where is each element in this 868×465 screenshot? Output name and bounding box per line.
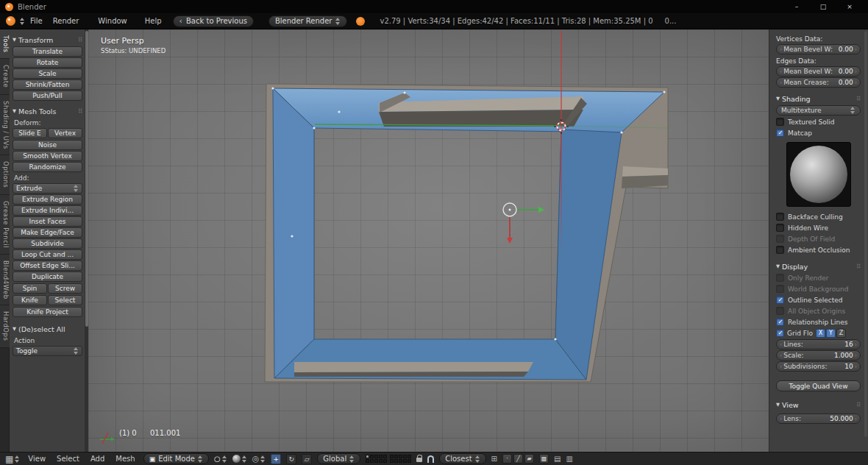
edges-mean-crease-field[interactable]: Mean Crease: 0.00 xyxy=(776,77,861,88)
offset-edge-slide-button[interactable]: Offset Edge Sli... xyxy=(13,260,82,271)
panel-drag-dots-icon[interactable]: ⠿ xyxy=(78,37,82,43)
layer-cell[interactable] xyxy=(370,455,374,458)
extrude-region-button[interactable]: Extrude Region xyxy=(13,194,82,205)
relationship-lines-checkbox[interactable] xyxy=(776,318,784,326)
viewport-3d[interactable]: User Persp SStatus: UNDEFINED (1) 0 011.… xyxy=(88,29,769,452)
viewport-shading-dropdown[interactable] xyxy=(232,455,247,463)
outline-selected-checkbox[interactable] xyxy=(776,296,784,304)
view-panel-header[interactable]: View ⠿ xyxy=(776,399,861,411)
knife-button[interactable]: Knife xyxy=(13,295,47,305)
grid-subdivisions-field[interactable]: Subdivisions: 10 xyxy=(776,361,861,372)
maximize-button[interactable]: □ xyxy=(810,0,836,13)
select-mode-edge-icon[interactable]: ╱ xyxy=(513,454,523,464)
spin-button[interactable]: Spin xyxy=(13,283,47,294)
tab-tools[interactable]: Tools xyxy=(0,29,10,59)
ambient-occlusion-checkbox[interactable] xyxy=(776,246,784,254)
layer-cell[interactable] xyxy=(370,459,374,463)
viewport-canvas[interactable] xyxy=(88,29,769,452)
translate-manipulator[interactable] xyxy=(503,203,544,244)
layer-cell[interactable] xyxy=(366,455,369,458)
snap-element-dropdown[interactable]: Closest xyxy=(439,453,485,464)
only-render-checkbox[interactable] xyxy=(776,274,784,282)
edges-mean-bevel-field[interactable]: Mean Bevel W: 0.00 xyxy=(776,66,861,77)
screw-button[interactable]: Screw xyxy=(48,283,82,294)
grid-floor-checkbox[interactable] xyxy=(776,329,784,337)
make-edge-face-button[interactable]: Make Edge/Face xyxy=(13,227,82,238)
panel-drag-dots-icon[interactable]: ⠿ xyxy=(856,96,861,102)
layer-cell[interactable] xyxy=(390,459,394,463)
grid-lines-field[interactable]: Lines: 16 xyxy=(776,339,861,349)
blender-menu-icon[interactable] xyxy=(6,16,15,26)
layer-cell[interactable] xyxy=(379,455,383,458)
layer-cell[interactable] xyxy=(390,455,394,458)
translate-button[interactable]: Translate xyxy=(13,46,82,57)
layer-cell[interactable] xyxy=(383,455,387,458)
shrink-fatten-button[interactable]: Shrink/Fatten xyxy=(13,79,82,90)
manipulator-scale-icon[interactable]: ▱ xyxy=(302,454,312,464)
menu-add[interactable]: Add xyxy=(88,455,107,463)
world-background-checkbox[interactable] xyxy=(776,285,784,293)
layer-cell[interactable] xyxy=(379,459,383,463)
mode-dropdown[interactable]: ▣ Edit Mode xyxy=(143,453,209,464)
transform-panel-header[interactable]: Transform ⠿ xyxy=(13,34,82,46)
mesh-bottom-shelf[interactable] xyxy=(294,362,533,372)
panel-drag-dots-icon[interactable]: ⠿ xyxy=(856,402,861,408)
menu-help[interactable]: Help xyxy=(140,17,167,25)
menu-file[interactable]: File xyxy=(25,17,48,25)
select-mode-face-icon[interactable]: ▰ xyxy=(524,454,534,464)
menu-window[interactable]: Window xyxy=(93,17,132,25)
pivot-point-dropdown[interactable]: ◎ xyxy=(252,454,266,464)
opengl-render-icon[interactable]: ▤ xyxy=(554,455,561,463)
hidden-wire-checkbox[interactable] xyxy=(776,224,784,232)
loop-cut-button[interactable]: Loop Cut and ... xyxy=(13,249,82,260)
layer-cell[interactable] xyxy=(394,459,398,463)
grid-axis-z-toggle[interactable]: Z xyxy=(836,329,846,338)
layer-cell[interactable] xyxy=(408,459,411,463)
layer-cell[interactable] xyxy=(394,455,398,458)
duplicate-button[interactable]: Duplicate xyxy=(13,271,82,282)
tab-options[interactable]: Options xyxy=(0,155,10,194)
occlude-geometry-icon[interactable]: ▩ xyxy=(539,454,549,464)
lens-field[interactable]: Lens: 50.000 xyxy=(776,413,861,424)
tab-shading-uvs[interactable]: Shading / UVs xyxy=(0,95,10,156)
panel-drag-dots-icon[interactable]: ⠿ xyxy=(78,108,82,115)
select-mode-vertex-icon[interactable]: · xyxy=(502,454,512,464)
layer-cell[interactable] xyxy=(403,455,407,458)
noise-button[interactable]: Noise xyxy=(13,140,82,150)
knife-select-button[interactable]: Select xyxy=(48,295,82,305)
grid-scale-field[interactable]: Scale: 1.000 xyxy=(776,350,861,361)
toggle-quad-view-button[interactable]: Toggle Quad View xyxy=(776,380,861,391)
orientation-dropdown[interactable]: Global xyxy=(317,453,360,464)
editor-type-selector[interactable]: ▦ xyxy=(5,454,20,464)
matcap-checkbox[interactable] xyxy=(776,129,784,137)
panel-drag-dots-icon[interactable]: ⠿ xyxy=(856,263,861,270)
all-object-origins-checkbox[interactable] xyxy=(776,307,784,315)
npanel-scrollbar[interactable] xyxy=(864,31,867,437)
rotate-button[interactable]: Rotate xyxy=(13,57,82,68)
blender-url-icon[interactable] xyxy=(356,17,365,26)
extrude-individual-button[interactable]: Extrude Indivi... xyxy=(13,205,82,216)
tab-hardops[interactable]: HardOps xyxy=(0,305,10,347)
snap-magnet-icon[interactable] xyxy=(427,455,434,463)
layer-cell[interactable] xyxy=(399,459,402,463)
mesh-face-left[interactable] xyxy=(273,88,314,378)
proportional-edit-dropdown[interactable]: ○ xyxy=(214,455,227,463)
grid-axis-y-toggle[interactable]: Y xyxy=(826,329,836,338)
render-engine-dropdown[interactable]: Blender Render xyxy=(268,15,348,27)
shading-mode-dropdown[interactable]: Multitexture xyxy=(776,105,861,116)
menu-render[interactable]: Render xyxy=(48,17,85,25)
layer-cell[interactable] xyxy=(383,459,387,463)
deselect-all-panel-header[interactable]: (De)select All xyxy=(13,323,82,335)
push-pull-button[interactable]: Push/Pull xyxy=(13,90,82,101)
close-button[interactable]: × xyxy=(836,0,863,13)
layer-cell[interactable] xyxy=(366,459,369,463)
randomize-button[interactable]: Randomize xyxy=(13,162,82,172)
subdivide-button[interactable]: Subdivide xyxy=(13,238,82,249)
menu-select[interactable]: Select xyxy=(54,455,82,463)
toolshelf-scrollbar-thumb[interactable] xyxy=(85,31,88,327)
knife-project-button[interactable]: Knife Project xyxy=(13,307,82,317)
manipulator-rotate-icon[interactable]: ↻ xyxy=(286,454,296,464)
shading-panel-header[interactable]: Shading ⠿ xyxy=(776,93,861,104)
grid-axis-x-toggle[interactable]: X xyxy=(816,329,825,338)
menu-mesh[interactable]: Mesh xyxy=(113,455,138,463)
